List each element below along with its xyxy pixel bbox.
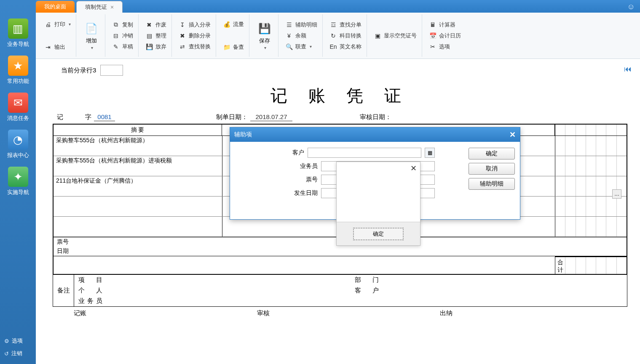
insert-row-button[interactable]: ↧插入分录 (177, 20, 212, 29)
col-summary-head: 摘 要 (54, 125, 222, 136)
inner-popup: ✕ 确定 (336, 162, 420, 246)
row-lookup-button[interactable]: … (612, 189, 621, 199)
current-row-label: 当前分录行3 (61, 66, 96, 74)
modal-ok-button[interactable]: 确定 (469, 148, 515, 159)
voucher-summary-cell[interactable]: 采购整车555台（杭州吉利新能源） (54, 136, 222, 156)
remarks-label: 备注 (53, 275, 74, 306)
voucher-head: 记 字 0081 制单日期： 2018.07.27 审核日期： (53, 113, 627, 124)
export-button[interactable]: ⇥输出 (43, 43, 72, 52)
voucher-zi: 字 (85, 113, 91, 121)
audit-date-label: 审核日期： (360, 113, 391, 121)
remarks-dept: 部 门 (351, 275, 627, 285)
flow-icon: 💰 (223, 21, 230, 28)
export-icon: ⇥ (44, 43, 52, 51)
show-empty-button[interactable]: ▣显示空凭证号 (372, 31, 418, 40)
sign-row: 记账 审核 出纳 (53, 307, 627, 317)
sidebar-bottom: 选项 注销 (0, 335, 36, 364)
flow-button[interactable]: 💰流量 (221, 20, 246, 29)
en-icon: En (329, 43, 337, 50)
current-row-input[interactable] (100, 65, 123, 76)
make-date-label: 制单日期： (216, 113, 248, 121)
delete-row-button[interactable]: ✖删除分录 (177, 31, 212, 40)
copy-button[interactable]: ⧉复制 (110, 20, 135, 29)
popup-ok-button[interactable]: 确定 (353, 228, 404, 240)
remarks-project: 项 目 (74, 275, 351, 285)
remarks-person: 个 人 (74, 285, 351, 296)
sidebar-item-implnav[interactable]: ✦ 实施导航 (0, 164, 36, 199)
modal-title-text: 辅助项 (234, 131, 252, 138)
total-label: 合 计 (555, 257, 565, 274)
reports-icon: ◔ (8, 130, 28, 150)
offset-icon: ⊟ (112, 32, 120, 40)
remarks-box: 备注 项 目 部 门 个 人 客 户 业务员 (53, 275, 627, 307)
subject-convert-button[interactable]: ↻科目转换 (328, 31, 363, 40)
sign-cashier: 出纳 (440, 309, 623, 317)
favorites-icon: ★ (8, 56, 28, 76)
field-sales-label: 业务员 (288, 162, 318, 170)
find-replace-button[interactable]: ⇄查找替换 (177, 42, 212, 51)
voucher-summary-cell[interactable] (54, 217, 222, 236)
ribbon-toolbar: 🖨打印 ⇥输出 📄 增加 ⧉复制 ⊟冲销 ✎草稿 ✖作废 ▤整理 💾放弃 ↧插入… (36, 13, 640, 59)
remarks-customer: 客 户 (351, 285, 627, 296)
find-bill-button[interactable]: ☲查找分单 (328, 20, 363, 29)
modal-detail-button[interactable]: 辅助明细 (469, 178, 515, 190)
sidebar-logout[interactable]: 注销 (0, 347, 36, 360)
aux-detail-button[interactable]: ☰辅助明细 (284, 20, 319, 29)
biznav-icon: ▥ (8, 19, 28, 39)
make-date-value[interactable]: 2018.07.27 (250, 113, 292, 121)
voucher-number[interactable]: 0081 (94, 113, 115, 121)
voucher-summary-cell[interactable] (54, 197, 222, 216)
memo-button[interactable]: 📁备查 (221, 43, 246, 52)
offset-button[interactable]: ⊟冲销 (110, 31, 135, 40)
void-button[interactable]: ✖作废 (144, 20, 168, 29)
balance-button[interactable]: ¥余额 (284, 31, 319, 40)
voucher-title: 记 账 凭 证 (53, 84, 627, 107)
sidebar-item-favorites[interactable]: ★ 常用功能 (0, 53, 36, 88)
tab-bar: 我的桌面 填制凭证 × ☺ (0, 0, 640, 13)
calendar-button[interactable]: 📅会计日历 (427, 31, 463, 40)
nav-first-icon[interactable]: ⏮ (624, 65, 632, 74)
drill-button[interactable]: 🔍联查 (284, 42, 319, 51)
logout-icon (4, 351, 9, 357)
print-button[interactable]: 🖨打印 (43, 20, 72, 29)
void-icon: ✖ (145, 21, 153, 29)
voucher-ji: 记 (57, 113, 63, 121)
modal-titlebar[interactable]: 辅助项 ✕ (230, 128, 520, 142)
sidebar-item-label: 报表中心 (7, 151, 29, 159)
draft-button[interactable]: ✎草稿 (110, 42, 135, 51)
arrange-button[interactable]: ▤整理 (144, 31, 168, 40)
gear-icon (4, 338, 9, 344)
draft-icon: ✎ (112, 43, 120, 50)
abandon-button[interactable]: 💾放弃 (144, 42, 168, 51)
modal-close-icon[interactable]: ✕ (509, 130, 516, 139)
left-sidebar: ▥ 业务导航 ★ 常用功能 ✉ 消息任务 ◔ 报表中心 ✦ 实施导航 选项 注销 (0, 0, 36, 364)
smile-icon[interactable]: ☺ (627, 3, 635, 11)
tab-desktop[interactable]: 我的桌面 (36, 1, 75, 13)
sidebar-item-reports[interactable]: ◔ 报表中心 (0, 127, 36, 162)
field-date-label: 发生日期 (288, 189, 318, 197)
popup-close-icon[interactable]: ✕ (410, 164, 417, 173)
modal-cancel-button[interactable]: 取消 (469, 163, 515, 175)
add-button[interactable]: 📄 增加 (81, 19, 102, 52)
printer-icon: 🖨 (44, 21, 52, 28)
sidebar-item-biznav[interactable]: ▥ 业务导航 (0, 16, 36, 50)
save-button[interactable]: 💾 保存 (254, 19, 275, 52)
sidebar-item-messages[interactable]: ✉ 消息任务 (0, 90, 36, 125)
voucher-summary-cell[interactable]: 采购整车555台（杭州吉利新能源）进项税额 (54, 156, 222, 176)
options-button[interactable]: ✂选项 (427, 42, 463, 51)
voucher-summary-cell[interactable]: 211台地补保证金（广州腾信） (54, 176, 222, 196)
calculator-button[interactable]: 🖩计算器 (427, 20, 463, 29)
field-customer-input[interactable] (308, 148, 421, 158)
save-icon: 💾 (257, 21, 272, 36)
tab-close-icon[interactable]: × (110, 4, 114, 11)
copy-icon: ⧉ (112, 21, 120, 29)
balance-icon: ¥ (285, 32, 293, 40)
tab-voucher[interactable]: 填制凭证 × (76, 1, 123, 13)
sign-accounting: 记账 (74, 309, 257, 317)
current-row-area: 当前分录行3 (61, 65, 627, 76)
showempty-icon: ▣ (374, 32, 381, 40)
sidebar-options[interactable]: 选项 (0, 335, 36, 347)
english-name-button[interactable]: En英文名称 (328, 42, 363, 51)
foot-ticket: 票号 (54, 237, 87, 247)
customer-picker-icon[interactable]: ▦ (425, 148, 435, 158)
